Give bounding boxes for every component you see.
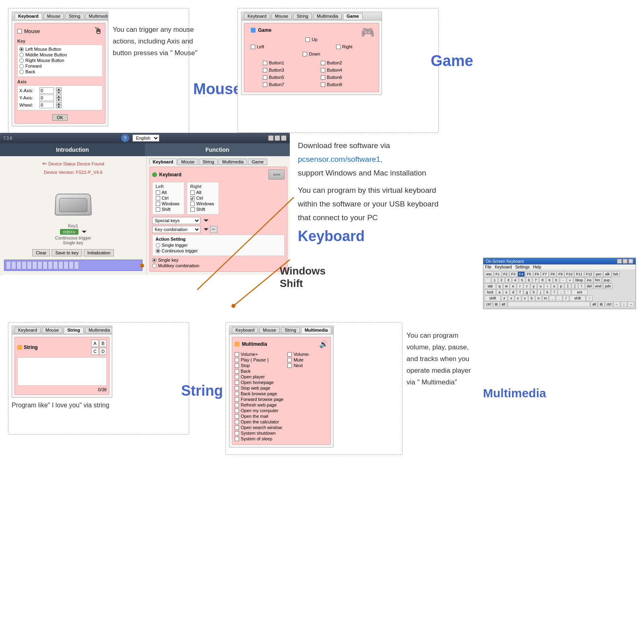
osk-key-up[interactable]: ↑ [586, 295, 592, 301]
mouse-checkbox[interactable] [17, 29, 22, 33]
right-checkbox[interactable] [336, 45, 341, 49]
osk-key-f5[interactable]: F5 [525, 271, 533, 277]
middle-mouse-radio[interactable] [19, 53, 24, 57]
minus-button[interactable]: − [210, 226, 217, 233]
func-tab-string[interactable]: String [199, 159, 218, 165]
tab-keyboard[interactable]: Keyboard [14, 13, 42, 19]
str-tab-multimedia[interactable]: Multimedia [85, 327, 112, 333]
func-tab-game[interactable]: Game [248, 159, 267, 165]
game-tab-mouse[interactable]: Mouse [271, 13, 292, 19]
info-link[interactable]: pcsensor.com/software1, [298, 155, 382, 163]
osk-key-t[interactable]: t [524, 283, 530, 289]
osk-key-left[interactable]: ← [613, 301, 620, 307]
tab-multimedia[interactable]: Multimedia [85, 13, 108, 19]
mm-open-calc-cb[interactable] [235, 420, 239, 424]
maximize-btn[interactable]: □ [275, 135, 280, 141]
clear-button[interactable]: Clear [32, 249, 50, 256]
continuous-trigger-radio[interactable] [156, 249, 160, 253]
osk-menu-settings[interactable]: Settings [515, 265, 530, 269]
osk-key-slash[interactable]: / [563, 295, 569, 301]
osk-key-lctrl[interactable]: ctrl [485, 301, 493, 307]
nav-introduction[interactable]: Introduction [0, 143, 145, 156]
right-alt-cb[interactable] [190, 190, 195, 195]
vk-key[interactable] [43, 261, 47, 269]
vk-key[interactable] [27, 261, 32, 269]
key-combo-arrow2[interactable] [204, 228, 208, 231]
forward-radio[interactable] [19, 64, 24, 68]
osk-key-pdn[interactable]: pdn [603, 283, 613, 289]
mm-search-cb[interactable] [235, 425, 239, 430]
osk-key-f10[interactable]: F10 [565, 271, 574, 277]
osk-key-n[interactable]: n [535, 295, 542, 301]
left-checkbox[interactable] [251, 45, 255, 49]
vk-key[interactable] [22, 261, 27, 269]
osk-key-right[interactable]: → [627, 301, 634, 307]
language-select[interactable]: English [132, 134, 159, 142]
xaxis-up[interactable]: ▲ [56, 87, 62, 91]
osk-key-tab[interactable]: tab [485, 283, 496, 289]
osk-key-9[interactable]: 9 [546, 277, 553, 283]
xaxis-input[interactable] [39, 87, 54, 94]
str-tab-keyboard[interactable]: Keyboard [14, 327, 41, 333]
osk-key-lock[interactable]: lock [485, 289, 496, 295]
yaxis-spinner[interactable]: ▲ ▼ [56, 95, 62, 101]
osk-key-comma[interactable]: , [549, 295, 555, 301]
mm-mute-cb[interactable] [287, 358, 292, 362]
osk-key-f7[interactable]: F7 [541, 271, 549, 277]
osk-key-f6[interactable]: F6 [533, 271, 541, 277]
osk-minimize[interactable]: _ [617, 259, 622, 264]
mm-sleep-cb[interactable] [235, 437, 239, 441]
mm-open-mycomp-cb[interactable] [235, 409, 239, 413]
right-mouse-radio[interactable] [19, 58, 24, 63]
mm-refresh-cb[interactable] [235, 403, 239, 407]
game-tab-multimedia[interactable]: Multimedia [313, 13, 342, 19]
right-windows-cb[interactable] [190, 202, 195, 206]
str-tab-string[interactable]: String [64, 327, 84, 333]
right-shift-cb[interactable] [190, 207, 195, 212]
tab-string[interactable]: String [65, 13, 84, 19]
right-ctrl-cb[interactable]: ✓ [190, 196, 195, 200]
osk-menu-help[interactable]: Help [533, 265, 541, 269]
osk-key-psc[interactable]: psc [594, 271, 603, 277]
osk-key-alk[interactable]: alk [603, 271, 611, 277]
mm-fwd-browse-cb[interactable] [235, 397, 239, 402]
osk-key-f9[interactable]: F9 [557, 271, 564, 277]
vk-key[interactable] [11, 261, 16, 269]
osk-key-k[interactable]: k [544, 289, 551, 295]
osk-key-rctrl[interactable]: ctrl [605, 301, 613, 307]
mm-next-cb[interactable] [287, 363, 292, 368]
help-icon[interactable]: ? [121, 134, 129, 142]
osk-key-i[interactable]: i [544, 283, 551, 289]
osk-key-2[interactable]: 2 [498, 277, 505, 283]
osk-close[interactable]: ✕ [628, 259, 633, 264]
vk-key[interactable] [37, 261, 42, 269]
osk-key-bksp[interactable]: bksp [574, 277, 585, 283]
key-combo-arrow[interactable] [82, 231, 87, 233]
btn6-checkbox[interactable] [321, 75, 325, 80]
osk-key-esc[interactable]: esc [485, 271, 493, 277]
vk-key[interactable] [6, 261, 11, 269]
key-combination-select[interactable]: Key combination [152, 226, 200, 233]
btn8-checkbox[interactable] [321, 83, 325, 87]
osk-key-j[interactable]: j [537, 289, 544, 295]
osk-key-h[interactable]: h [530, 289, 537, 295]
osk-key-e[interactable]: e [510, 283, 516, 289]
osk-key-rbracket[interactable]: ] [572, 283, 578, 289]
tab-mouse[interactable]: Mouse [43, 13, 64, 19]
minimize-btn[interactable]: _ [268, 135, 274, 141]
osk-key-equals[interactable]: = [567, 277, 573, 283]
osk-key-f[interactable]: f [517, 289, 523, 295]
osk-key-backslash[interactable]: \ [578, 283, 585, 289]
close-btn[interactable]: ✕ [281, 135, 287, 141]
left-mouse-radio[interactable] [19, 47, 24, 52]
mm-back-cb[interactable] [235, 369, 239, 374]
left-windows-cb[interactable] [156, 202, 160, 206]
mm-stop-web-cb[interactable] [235, 386, 239, 390]
btn2-checkbox[interactable] [321, 61, 325, 65]
vk-key[interactable] [74, 261, 79, 269]
osk-key-7[interactable]: 7 [533, 277, 539, 283]
osk-maximize[interactable]: □ [623, 259, 627, 264]
osk-key-period[interactable]: . [556, 295, 562, 301]
osk-key-lbracket[interactable]: [ [565, 283, 571, 289]
xaxis-spinner[interactable]: ▲ ▼ [56, 87, 62, 94]
